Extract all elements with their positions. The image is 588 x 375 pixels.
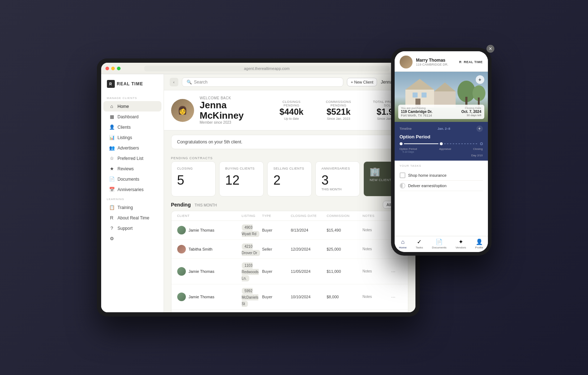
card-buying-number: 12 [225, 173, 258, 188]
stat-closings-value: $440k [275, 107, 308, 117]
phone-nav-vendors-label: Vendors [456, 246, 466, 249]
sidebar-label-documents: Documents [118, 177, 140, 182]
new-client-button[interactable]: + New Client [347, 78, 377, 86]
sidebar-label-advertisers: Advertisers [118, 146, 139, 151]
table-row: Jamie Thomas 4903 Wyatt Rd, Midland TX B… [171, 310, 408, 312]
svg-marker-1 [405, 79, 434, 90]
task-item-0: Shop home insurance [400, 170, 483, 181]
support-icon: ? [109, 226, 115, 231]
card-closing-number: 5 [177, 173, 210, 188]
sidebar-item-documents[interactable]: 📄 Documents [103, 174, 161, 184]
house-svg [395, 72, 488, 108]
notes-btn-3[interactable]: Notes [363, 295, 391, 299]
advertisers-icon: 👥 [109, 145, 115, 151]
col-header-listing: LISTING [242, 214, 262, 218]
day-counter: Day 2/10 [400, 154, 483, 157]
sidebar-item-listings[interactable]: 📊 Listings [103, 132, 161, 143]
timeline-plus-button[interactable]: + [476, 125, 483, 132]
purchase-address: 119 Cambridge Dr. [401, 110, 433, 114]
timeline-range: Jan. 2–8 [438, 127, 451, 130]
stat-closings-sub: Up to date [275, 117, 308, 120]
phone-nav-home[interactable]: ⌂ Home [399, 239, 406, 249]
phone-nav-documents-label: Documents [432, 246, 446, 249]
sidebar-item-about[interactable]: R About Real Time [103, 213, 161, 223]
stat-commissions-label: COMMISSIONS PENDING [319, 100, 358, 107]
notes-btn-1[interactable]: Notes [363, 247, 391, 251]
sidebar-item-dashboard[interactable]: ▦ Dashboard [103, 111, 161, 122]
anniversaries-icon: 📅 [109, 187, 115, 192]
closing-date-3: 10/10/2024 [291, 295, 327, 299]
timeline-bar [400, 142, 483, 145]
sidebar-item-home[interactable]: ⌂ Home [103, 101, 161, 111]
tasks-label: YOUR TASKS [400, 164, 483, 167]
notes-btn-0[interactable]: Notes [363, 228, 391, 232]
phone-nav-profile[interactable]: 👤 Profile [475, 238, 483, 249]
collapse-button[interactable]: ‹ [170, 78, 178, 86]
pending-header-left: Pending THIS MONTH [171, 201, 217, 208]
phone-nav-documents[interactable]: 📄 Documents [432, 238, 446, 249]
sidebar-item-reviews[interactable]: ★ Reviews [103, 163, 161, 174]
type-cell-1: Seller [262, 247, 291, 251]
listing-cell-3: 5992 McDaniels St [242, 287, 262, 307]
timeline-dashed-line [444, 143, 479, 144]
phone-nav-vendors[interactable]: ✦ Vendors [456, 238, 466, 249]
timeline-dot-start [400, 142, 403, 145]
sidebar-label-clients: Clients [118, 125, 131, 130]
phone-header: Marry Thomas 119 CAMBRIDGE DR. R REAL TI… [395, 51, 488, 72]
search-bar[interactable]: 🔍 Search [182, 77, 343, 87]
profile-photo: 👩 [171, 99, 194, 122]
card-selling-number: 2 [273, 173, 306, 188]
sidebar-item-support[interactable]: ? Support [103, 223, 161, 233]
sidebar-item-anniversaries[interactable]: 📅 Anniversaries [103, 184, 161, 195]
search-placeholder: Search [194, 80, 208, 85]
card-anniversaries: ANNIVERSARIES 3 THIS MONTH [315, 161, 360, 196]
client-cell-2: Jamie Thomas [177, 267, 242, 276]
more-btn-2[interactable]: ··· [391, 269, 402, 274]
phone-user-info: Marry Thomas 119 CAMBRIDGE DR. [416, 58, 448, 66]
phone-logo: R REAL TIME [459, 60, 483, 64]
notes-btn-2[interactable]: Notes [363, 269, 391, 273]
phone-plus-button[interactable]: + [476, 75, 484, 84]
client-avatar-1 [177, 245, 186, 253]
listing-cell-0: 4903 Wyatt Rd [242, 224, 262, 237]
table-row: Jamie Thomas 5992 McDaniels St Buyer 10/… [171, 284, 408, 310]
type-cell-3: Buyer [262, 295, 291, 299]
traffic-light-yellow[interactable] [111, 67, 115, 70]
reviews-icon: ★ [109, 166, 115, 171]
training-icon: 📋 [109, 205, 115, 210]
phone-tasks: YOUR TASKS Shop home insurance Deliver e… [395, 161, 488, 236]
card-selling: SELLING CLIENTS 2 [267, 161, 312, 196]
table-container: CLIENT LISTING TYPE CLOSING DATE COMMISS… [171, 211, 408, 312]
closing-days: 30 days left [461, 114, 481, 117]
preferred-list-icon: ☆ [109, 156, 115, 161]
purchase-city: Fort Worth, TX 76114 [401, 114, 433, 117]
client-name-1: Tabitha Smith [189, 247, 213, 251]
sidebar-item-preferred-list[interactable]: ☆ Preferred List [103, 153, 161, 163]
phone-avatar [400, 56, 413, 68]
sidebar-item-settings[interactable]: ⚙ [103, 233, 161, 244]
phone-nav-profile-label: Profile [475, 246, 483, 249]
sidebar-label-support: Support [118, 226, 133, 231]
card-buying-label: BUYING CLIENTS [225, 167, 258, 170]
client-cell-0: Jamie Thomas [177, 226, 242, 234]
commission-2: $11,000 [327, 269, 363, 274]
more-btn-3[interactable]: ··· [391, 294, 402, 300]
client-cell-3: Jamie Thomas [177, 293, 242, 301]
sidebar-item-clients[interactable]: 👤 Clients [103, 122, 161, 132]
sidebar-item-advertisers[interactable]: 👥 Advertisers [103, 143, 161, 153]
phase-option-period: Option Period 5-10 Days [400, 147, 417, 153]
sidebar-item-training[interactable]: 📋 Training [103, 202, 161, 213]
close-button[interactable]: ✕ [486, 45, 494, 53]
phone-nav-tasks[interactable]: ✓ Tasks [416, 238, 423, 249]
task-partial-1[interactable] [400, 183, 405, 189]
client-name-2: Jamie Thomas [189, 269, 215, 274]
commission-1: $25,000 [327, 247, 363, 251]
congrats-banner: Congratulations on your 5th client. [171, 135, 408, 149]
url-bar: agent.therealtimeapp.com [144, 66, 390, 71]
card-anniversaries-label: ANNIVERSARIES [321, 167, 354, 170]
traffic-light-red[interactable] [105, 67, 109, 70]
timeline-dot-mid [440, 142, 443, 145]
task-checkbox-0[interactable] [400, 172, 405, 178]
phone-nav-vendors-icon: ✦ [458, 238, 463, 245]
traffic-light-green[interactable] [117, 67, 121, 70]
